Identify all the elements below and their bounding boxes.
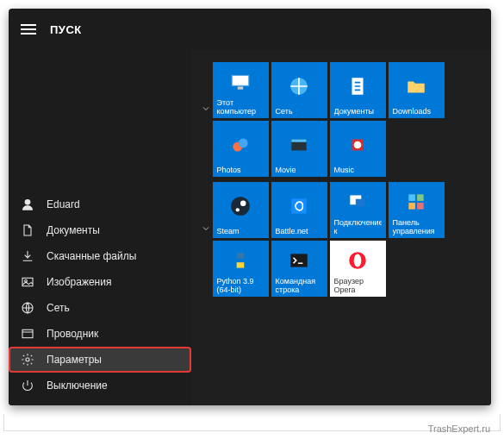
- rdp-icon: [334, 185, 382, 218]
- tiles-row: SteamBattle.netПодключение к удаленном..…: [213, 182, 482, 297]
- tile-label: Battle.net: [276, 227, 323, 235]
- start-menu: ПУСК EduardДокументыСкачанные файлыИзобр…: [9, 9, 491, 405]
- battlenet-icon: [276, 185, 323, 227]
- tile-network[interactable]: Сеть: [271, 62, 327, 118]
- svg-rect-7: [238, 86, 244, 89]
- tile-content: Этот компьютерСетьДокументыDownloadsPhot…: [191, 50, 491, 405]
- power-icon: [21, 379, 34, 392]
- sidebar-item-download[interactable]: Скачанные файлы: [9, 243, 191, 269]
- tile-movie[interactable]: Movie: [271, 121, 327, 177]
- svg-point-0: [25, 199, 31, 205]
- sidebar-item-label: Изображения: [47, 276, 111, 288]
- svg-point-18: [236, 208, 240, 211]
- watermark: TrashExpert.ru: [428, 423, 490, 434]
- tile-battlenet[interactable]: Battle.net: [271, 182, 327, 238]
- svg-rect-1: [22, 278, 33, 285]
- title: ПУСК: [50, 23, 82, 36]
- svg-point-15: [354, 141, 362, 149]
- globe-icon: [21, 301, 34, 315]
- tile-label: Movie: [276, 166, 323, 174]
- svg-point-11: [239, 138, 248, 147]
- tile-label: Командная строка: [276, 277, 323, 294]
- tile-label: Photos: [217, 166, 264, 174]
- explorer-icon: [21, 327, 34, 341]
- tile-cpanel[interactable]: Панель управления: [389, 182, 445, 238]
- tile-label: Браузер Opera: [334, 277, 382, 294]
- svg-rect-25: [417, 203, 424, 210]
- sidebar: EduardДокументыСкачанные файлыИзображени…: [9, 50, 191, 405]
- svg-rect-4: [22, 329, 33, 337]
- svg-rect-19: [291, 198, 306, 213]
- photos-icon: [217, 124, 264, 166]
- svg-rect-21: [356, 199, 365, 207]
- steam-icon: [217, 185, 264, 227]
- tile-group: SteamBattle.netПодключение к удаленном..…: [200, 182, 482, 297]
- sidebar-item-power[interactable]: Выключение: [9, 373, 191, 398]
- svg-point-16: [231, 197, 250, 216]
- sidebar-item-user[interactable]: Eduard: [9, 191, 191, 217]
- sidebar-item-label: Сеть: [47, 302, 70, 314]
- frame: [3, 414, 501, 431]
- svg-point-28: [354, 254, 362, 267]
- svg-rect-6: [232, 75, 249, 85]
- tile-rdp[interactable]: Подключение к удаленном...: [330, 182, 386, 238]
- svg-rect-13: [291, 140, 306, 142]
- tile-label: Панель управления: [393, 218, 440, 235]
- sidebar-item-label: Выключение: [47, 379, 108, 392]
- chevron-down-icon[interactable]: [200, 62, 213, 114]
- sidebar-item-gear[interactable]: Параметры: [9, 347, 191, 373]
- sidebar-item-document[interactable]: Документы: [9, 217, 191, 243]
- tile-label: Подключение к удаленном...: [334, 218, 382, 235]
- tile-label: Downloads: [393, 107, 440, 116]
- svg-rect-22: [408, 194, 415, 201]
- tiles-row: Этот компьютерСетьДокументыDownloadsPhot…: [213, 62, 482, 177]
- svg-rect-23: [417, 194, 424, 201]
- sidebar-item-image[interactable]: Изображения: [9, 269, 191, 295]
- svg-point-5: [26, 358, 29, 361]
- titlebar: ПУСК: [9, 9, 491, 50]
- svg-rect-26: [290, 254, 308, 267]
- tile-label: Python 3.9 (64-bit): [217, 277, 264, 294]
- main: EduardДокументыСкачанные файлыИзображени…: [9, 50, 491, 405]
- tile-pc[interactable]: Этот компьютер: [213, 62, 269, 118]
- sidebar-item-label: Проводник: [47, 328, 98, 340]
- tile-music[interactable]: Music: [330, 121, 386, 177]
- tile-steam[interactable]: Steam: [213, 182, 269, 238]
- sidebar-item-explorer[interactable]: Проводник: [9, 321, 191, 347]
- tile-label: Документы: [334, 107, 382, 116]
- document-icon: [21, 223, 34, 237]
- svg-point-17: [240, 201, 246, 207]
- chevron-down-icon[interactable]: [200, 182, 213, 234]
- tile-cmd[interactable]: Командная строка: [271, 241, 327, 297]
- music-icon: [334, 124, 382, 166]
- gear-icon: [21, 353, 34, 367]
- network-icon: [276, 66, 323, 107]
- tile-opera[interactable]: Браузер Opera: [330, 241, 386, 297]
- sidebar-item-label: Параметры: [47, 354, 102, 366]
- tile-python[interactable]: Python 3.9 (64-bit): [213, 241, 269, 297]
- tile-folder[interactable]: Downloads: [389, 62, 445, 118]
- user-icon: [21, 198, 34, 211]
- cmd-icon: [276, 244, 323, 277]
- tile-label: Music: [334, 166, 382, 174]
- sidebar-item-label: Eduard: [47, 198, 80, 210]
- docs-icon: [334, 66, 382, 107]
- tile-group: Этот компьютерСетьДокументыDownloadsPhot…: [200, 62, 482, 177]
- sidebar-item-label: Скачанные файлы: [47, 250, 136, 262]
- hamburger-icon[interactable]: [21, 24, 36, 34]
- cpanel-icon: [393, 185, 440, 218]
- opera-icon: [334, 244, 382, 277]
- sidebar-item-label: Документы: [47, 224, 100, 236]
- pc-icon: [217, 66, 264, 98]
- tile-photos[interactable]: Photos: [213, 121, 269, 177]
- movie-icon: [276, 124, 323, 166]
- svg-rect-24: [408, 203, 415, 210]
- folder-icon: [393, 66, 440, 107]
- tile-docs[interactable]: Документы: [330, 62, 386, 118]
- tile-label: Steam: [217, 227, 264, 235]
- python-icon: [217, 244, 264, 277]
- tile-label: Этот компьютер: [217, 98, 264, 116]
- image-icon: [21, 275, 34, 289]
- sidebar-item-globe[interactable]: Сеть: [9, 295, 191, 321]
- download-icon: [21, 249, 34, 263]
